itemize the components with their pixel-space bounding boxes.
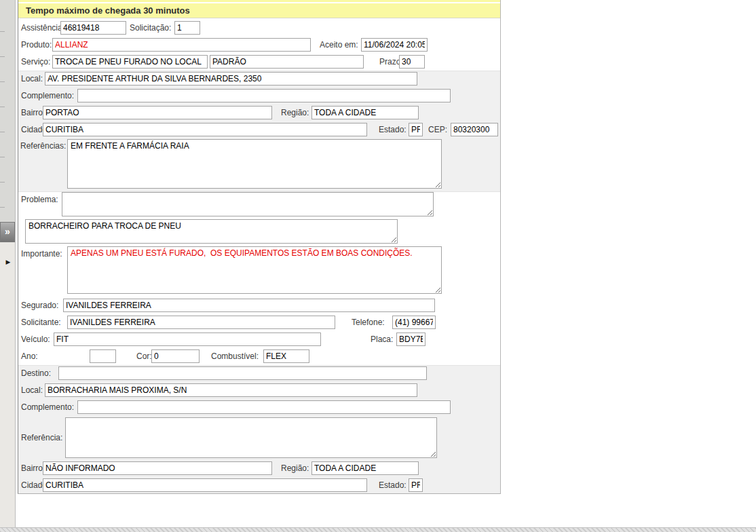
page-title: Tempo máximo de chegada 30 minutos	[26, 5, 190, 16]
dest-complemento-input[interactable]	[77, 400, 451, 414]
segurado-label: Segurado:	[21, 299, 58, 312]
origin-referencias-label: Referências:	[20, 139, 66, 153]
origin-complemento-label: Complemento:	[21, 89, 74, 102]
origin-estado-label: Estado:	[379, 123, 407, 136]
servico-label: Serviço:	[21, 55, 50, 69]
segurado-input[interactable]	[63, 299, 435, 312]
assistencia-input[interactable]	[60, 21, 126, 35]
dest-regiao-input[interactable]	[311, 461, 419, 475]
dest-estado-input[interactable]	[409, 478, 423, 492]
dest-bairro-label: Bairro:	[21, 461, 45, 475]
solicitante-input[interactable]	[67, 316, 335, 329]
telefone-input[interactable]	[392, 316, 436, 329]
cor-label: Cor:	[136, 349, 152, 363]
origin-bairro-input[interactable]	[43, 106, 272, 119]
origin-regiao-label: Região:	[281, 106, 309, 119]
aceito-em-input[interactable]	[361, 38, 428, 52]
dest-referencia-textarea[interactable]	[65, 417, 437, 458]
ano-label: Ano:	[21, 349, 38, 363]
dest-local-label: Local:	[21, 383, 43, 397]
cor-input[interactable]	[151, 349, 200, 363]
prazo-input[interactable]	[399, 55, 425, 69]
panel-lower-area	[0, 242, 15, 527]
placa-label: Placa:	[371, 332, 393, 346]
previous-header-sliver	[18, 0, 500, 2]
solicitacao-input[interactable]	[174, 21, 200, 35]
origin-regiao-input[interactable]	[311, 106, 419, 119]
servico-tipo-input[interactable]	[210, 55, 364, 69]
solicitante-label: Solicitante:	[21, 316, 61, 329]
origin-cidade-input[interactable]	[43, 123, 367, 136]
produto-input[interactable]	[52, 38, 311, 52]
horizontal-scrollbar[interactable]	[0, 527, 756, 532]
origin-cep-label: CEP:	[428, 123, 447, 136]
problema-label: Problema:	[21, 193, 58, 206]
veiculo-input[interactable]	[54, 332, 321, 346]
assistencia-label: Assistência:	[21, 21, 64, 35]
telefone-label: Telefone:	[352, 316, 385, 329]
combustivel-input[interactable]	[263, 349, 309, 363]
dest-referencia-label: Referência:	[21, 431, 62, 444]
panel-tick-marks	[0, 7, 5, 217]
produto-label: Produto:	[21, 38, 52, 52]
origin-estado-input[interactable]	[409, 123, 423, 136]
importante-label: Importante:	[21, 247, 62, 261]
observacao-textarea[interactable]: BORRACHEIRO PARA TROCA DE PNEU	[25, 219, 398, 244]
destino-label: Destino:	[21, 366, 51, 380]
form-header: Tempo máximo de chegada 30 minutos	[18, 3, 500, 18]
problema-textarea[interactable]	[62, 192, 434, 216]
dest-complemento-label: Complemento:	[21, 400, 74, 414]
origin-bairro-label: Bairro:	[21, 106, 45, 119]
solicitacao-label: Solicitação:	[130, 21, 171, 35]
placa-input[interactable]	[396, 332, 426, 346]
expand-panel-button[interactable]: »	[0, 222, 15, 242]
origin-referencias-textarea[interactable]: EM FRENTE A FARMÁCIA RAIA	[67, 139, 442, 189]
dest-estado-label: Estado:	[379, 478, 407, 492]
importante-textarea[interactable]: APENAS UM PNEU ESTÁ FURADO, OS EQUIPAMEN…	[67, 246, 442, 294]
veiculo-label: Veículo:	[21, 332, 50, 346]
dest-bairro-input[interactable]	[43, 461, 272, 475]
ano-input[interactable]	[90, 349, 116, 363]
dest-local-input[interactable]	[45, 383, 417, 397]
double-chevron-right-icon: »	[5, 226, 10, 237]
destino-input[interactable]	[58, 366, 427, 380]
origin-complemento-input[interactable]	[77, 89, 451, 102]
combustivel-label: Combustível:	[211, 349, 259, 363]
dest-cidade-input[interactable]	[43, 478, 367, 492]
servico-input[interactable]	[52, 55, 208, 69]
assistance-form-panel: Tempo máximo de chegada 30 minutos Assis…	[18, 0, 501, 494]
expand-arrow-icon[interactable]: ▶	[3, 256, 13, 267]
origin-local-label: Local:	[21, 72, 43, 86]
aceito-em-label: Aceito em:	[320, 38, 358, 52]
dest-regiao-label: Região:	[281, 461, 309, 475]
origin-cep-input[interactable]	[451, 123, 498, 136]
origin-local-input[interactable]	[45, 72, 417, 86]
